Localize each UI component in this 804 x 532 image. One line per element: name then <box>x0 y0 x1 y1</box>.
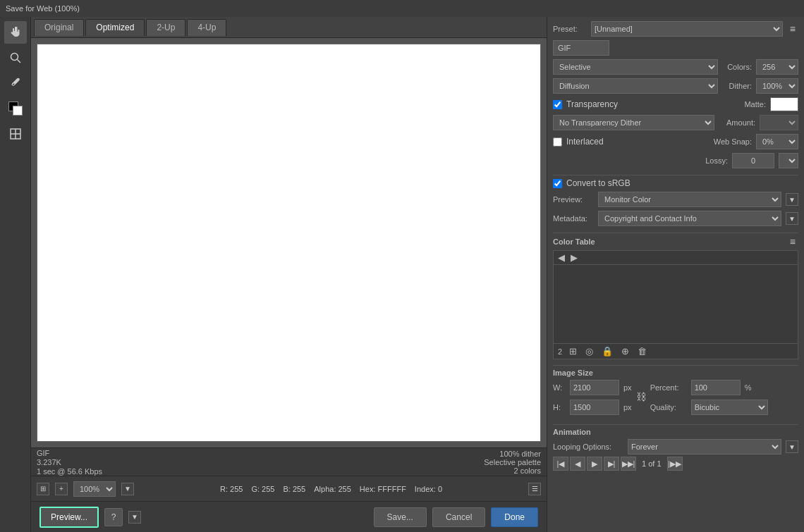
pixel-r: R: 255 <box>220 485 243 493</box>
color-table-area: ◀ ▶ 2 ⊞ ◎ 🔒 ⊕ 🗑 <box>553 250 798 359</box>
interlaced-label[interactable]: Interlaced <box>566 137 604 147</box>
matte-swatch[interactable] <box>770 97 798 111</box>
preview-select[interactable]: Monitor Color <box>598 192 781 207</box>
anim-prev-button[interactable]: ◀ <box>570 457 585 471</box>
info-menu-button[interactable]: ☰ <box>528 483 541 495</box>
anim-end-button[interactable]: |▶▶ <box>667 457 683 471</box>
right-panel: Preset: [Unnamed] ≡ GIF Selective Percep… <box>547 17 804 532</box>
save-button[interactable]: Save... <box>374 507 427 527</box>
zoom-tool-button[interactable] <box>4 47 27 69</box>
color-table-map-btn[interactable]: ⊞ <box>568 346 578 357</box>
interlaced-checkbox[interactable] <box>553 137 562 147</box>
color-count: 2 <box>558 347 562 356</box>
quality-label: Quality: <box>650 403 687 412</box>
divider-2 <box>553 233 798 233</box>
image-size-title-text: Image Size <box>553 369 593 377</box>
zoom-dropdown-button[interactable]: ▼ <box>121 483 134 495</box>
hand-tool-button[interactable] <box>4 21 27 44</box>
lossy-label: Lossy: <box>705 156 728 165</box>
quality-select[interactable]: Bicubic Bilinear Nearest Neighbor <box>691 400 768 415</box>
height-row: H: px <box>553 400 632 415</box>
anim-play-button[interactable]: ▶ <box>587 457 602 471</box>
canvas-container <box>31 38 547 447</box>
lossy-row: Lossy: <box>553 153 798 168</box>
preview-label: Preview: <box>553 195 594 204</box>
canvas-add-button[interactable]: + <box>55 483 68 495</box>
color-table-lock-btn[interactable]: 🔒 <box>600 346 614 357</box>
bottom-info-bar: GIF 3.237K 1 sec @ 56.6 Kbps 100% dither… <box>31 447 547 476</box>
quality-row: Quality: Bicubic Bilinear Nearest Neighb… <box>650 400 768 415</box>
colors-label: 2 colors <box>484 466 541 475</box>
tab-original[interactable]: Original <box>34 19 84 36</box>
eyedropper-tool-button[interactable] <box>4 72 27 94</box>
anim-next-button[interactable]: ▶| <box>604 457 619 471</box>
zoom-select[interactable]: 100% 50% 200% <box>73 481 116 497</box>
color-reduction-select[interactable]: Selective Perceptual Adaptive <box>553 59 718 75</box>
cancel-button[interactable]: Cancel <box>432 507 485 527</box>
width-input[interactable] <box>570 380 619 395</box>
metadata-dropdown-button[interactable]: ▼ <box>786 212 798 225</box>
lossy-input[interactable] <box>732 153 774 168</box>
amount-label: Amount: <box>719 118 755 127</box>
animation-nav: |◀ ◀ ▶ ▶| ▶▶| 1 of 1 |▶▶ <box>553 457 798 471</box>
transparency-dither-select[interactable]: No Transparency Dither Diffusion Transpa… <box>553 115 714 130</box>
color-table-shift-btn[interactable]: ◎ <box>584 346 595 357</box>
done-button[interactable]: Done <box>491 507 538 527</box>
anim-first-button[interactable]: |◀ <box>553 457 568 471</box>
amount-select[interactable] <box>760 115 798 130</box>
footer-left: Preview... ? ▼ <box>39 507 141 528</box>
animation-title-text: Animation <box>553 428 591 436</box>
preset-select[interactable]: [Unnamed] <box>591 21 783 37</box>
web-snap-select[interactable]: 0% 1% 2% <box>756 134 798 149</box>
tab-optimized[interactable]: Optimized <box>85 19 145 36</box>
percent-row: Percent: % <box>650 380 768 395</box>
help-button[interactable]: ? <box>104 508 123 526</box>
preset-label: Preset: <box>553 25 587 33</box>
preview-dropdown-button[interactable]: ▼ <box>786 193 798 206</box>
lossy-dropdown[interactable] <box>779 153 798 168</box>
pixel-b: B: 255 <box>283 485 305 493</box>
image-size-title: Image Size <box>553 369 798 377</box>
color-table-add-btn[interactable]: ⊕ <box>620 346 631 357</box>
transparency-checkbox[interactable] <box>553 100 562 109</box>
link-icon: ⛓ <box>636 391 646 402</box>
pixel-g: G: 255 <box>251 485 274 493</box>
color-table-next-btn[interactable]: ▶ <box>569 252 579 263</box>
color-table-menu-button[interactable]: ≡ <box>787 236 798 247</box>
divider-1 <box>553 175 798 175</box>
convert-srgb-checkbox[interactable] <box>553 179 562 188</box>
pixel-alpha: Alpha: 255 <box>314 485 351 493</box>
color-table-prev-btn[interactable]: ◀ <box>556 252 566 263</box>
color-picker-button[interactable] <box>4 97 27 120</box>
tab-4up[interactable]: 4-Up <box>187 19 226 36</box>
looping-dropdown-button[interactable]: ▼ <box>786 440 798 453</box>
title-text: Save for Web (100%) <box>6 4 80 13</box>
color-table-delete-btn[interactable]: 🗑 <box>636 346 648 357</box>
left-toolbar <box>0 17 31 532</box>
image-size-label: 3.237K <box>37 458 102 466</box>
anim-last-button[interactable]: ▶▶| <box>621 457 636 471</box>
preset-menu-button[interactable]: ≡ <box>787 23 798 35</box>
height-input[interactable] <box>570 400 619 415</box>
dither-select[interactable]: Diffusion Pattern Noise No Dither <box>553 78 718 94</box>
preview-row: Preview: Monitor Color ▼ <box>553 192 798 207</box>
transparency-row: Transparency Matte: <box>553 97 798 111</box>
convert-srgb-label[interactable]: Convert to sRGB <box>566 178 631 188</box>
dither-value-select[interactable]: 100% 75% 50% <box>756 78 798 94</box>
metadata-select[interactable]: Copyright and Contact Info None All <box>598 211 781 226</box>
transparency-checkbox-label[interactable]: Transparency <box>566 99 618 109</box>
format-row: GIF <box>553 40 798 56</box>
image-speed-label: 1 sec @ 56.6 Kbps <box>37 467 102 476</box>
color-table-section-title: Color Table ≡ <box>553 236 798 247</box>
colors-select[interactable]: 256 128 64 <box>756 59 798 75</box>
slice-tool-button[interactable] <box>4 123 27 145</box>
svg-line-1 <box>17 60 20 63</box>
color-table-toolbar: ◀ ▶ <box>554 251 798 265</box>
preview-button[interactable]: Preview... <box>39 507 99 528</box>
canvas-expand-button[interactable]: ⊞ <box>37 483 49 495</box>
tab-2up[interactable]: 2-Up <box>146 19 185 36</box>
image-size-section: Image Size W: px H: px ⛓ <box>553 369 798 417</box>
looping-select[interactable]: Forever Once Other... <box>628 439 781 454</box>
footer-dropdown-button[interactable]: ▼ <box>128 511 141 524</box>
percent-input[interactable] <box>691 380 741 395</box>
